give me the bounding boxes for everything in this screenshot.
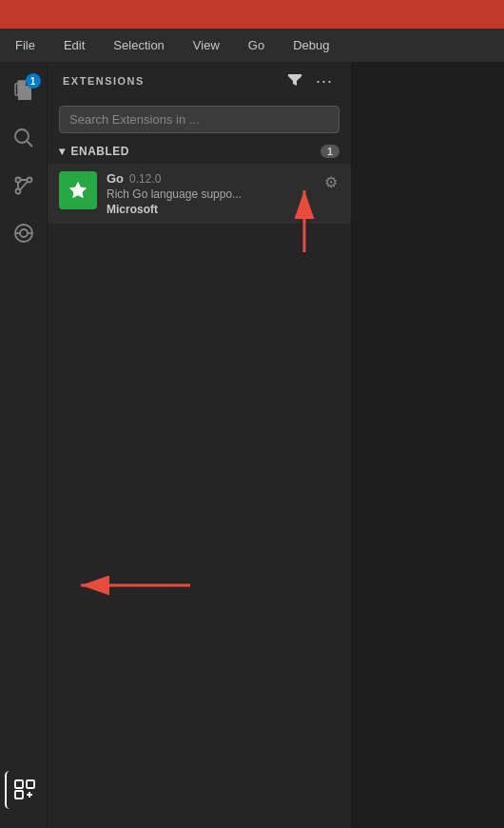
- svg-rect-12: [27, 780, 34, 788]
- go-extension-settings-button[interactable]: ⚙: [322, 171, 339, 193]
- svg-rect-13: [15, 780, 23, 788]
- files-badge: 1: [26, 73, 41, 89]
- search-activity-icon[interactable]: [5, 119, 43, 157]
- svg-point-8: [20, 229, 28, 237]
- go-extension-publisher: Microsoft: [107, 203, 313, 216]
- svg-line-3: [27, 142, 32, 148]
- enabled-section-header[interactable]: ▾ ENABLED 1: [48, 139, 351, 164]
- sidebar-header: EXTENSIONS ···: [48, 62, 351, 100]
- go-extension-info: Go 0.12.0 Rich Go language suppo... Micr…: [107, 171, 313, 216]
- source-control-icon[interactable]: [5, 167, 43, 205]
- sidebar-title: EXTENSIONS: [63, 75, 145, 87]
- extensions-activity-icon[interactable]: [5, 771, 43, 809]
- debug-icon[interactable]: [5, 214, 43, 252]
- menu-go[interactable]: Go: [242, 34, 270, 56]
- sidebar: EXTENSIONS ··· Search Extensions in ... …: [48, 62, 352, 828]
- files-icon[interactable]: 1: [5, 71, 43, 109]
- chevron-down-icon: ▾: [59, 145, 66, 158]
- title-bar: [0, 0, 504, 29]
- search-extensions-input[interactable]: Search Extensions in ...: [59, 106, 339, 133]
- filter-extensions-button[interactable]: [284, 69, 305, 93]
- svg-point-6: [15, 178, 20, 183]
- activity-bar: 1: [0, 62, 48, 828]
- svg-marker-15: [69, 182, 87, 198]
- sidebar-actions: ···: [284, 69, 336, 94]
- go-extension-item[interactable]: Go 0.12.0 Rich Go language suppo... Micr…: [48, 164, 351, 224]
- more-options-button[interactable]: ···: [313, 69, 336, 94]
- menu-edit[interactable]: Edit: [58, 34, 90, 56]
- enabled-count-badge: 1: [320, 145, 339, 158]
- menu-debug[interactable]: Debug: [287, 34, 335, 56]
- go-extension-version: 0.12.0: [129, 172, 161, 186]
- svg-rect-11: [15, 791, 23, 798]
- main-layout: 1: [0, 62, 504, 828]
- menu-view[interactable]: View: [187, 34, 225, 56]
- enabled-section-label: ENABLED: [71, 145, 130, 158]
- menu-bar: File Edit Selection View Go Debug: [0, 29, 504, 62]
- menu-selection[interactable]: Selection: [107, 34, 169, 56]
- svg-point-2: [15, 129, 29, 143]
- go-extension-icon: [59, 171, 97, 209]
- menu-file[interactable]: File: [10, 34, 41, 56]
- go-extension-name: Go: [107, 171, 124, 186]
- go-extension-description: Rich Go language suppo...: [107, 187, 313, 201]
